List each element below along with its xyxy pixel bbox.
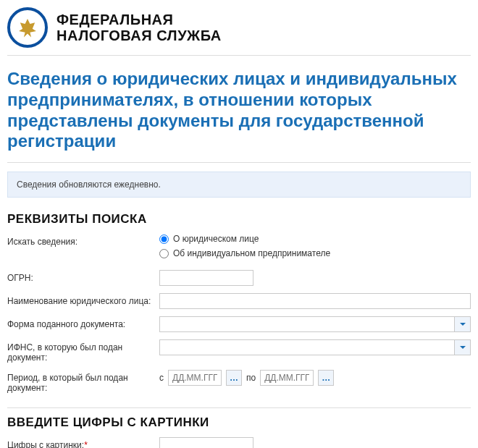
org-name: ФЕДЕРАЛЬНАЯ НАЛОГОВАЯ СЛУЖБА — [56, 12, 222, 43]
captcha-input[interactable] — [159, 437, 253, 448]
label-name: Наименование юридического лица: — [7, 293, 159, 306]
ifns-select[interactable] — [159, 339, 471, 355]
ogrn-input[interactable] — [159, 270, 253, 286]
period-to-label: по — [246, 373, 256, 383]
radio-legal-entity[interactable]: О юридическом лице — [159, 234, 471, 244]
date-from-input[interactable] — [168, 370, 222, 386]
org-name-line1: ФЕДЕРАЛЬНАЯ — [56, 12, 222, 28]
eagle-icon — [15, 15, 40, 40]
ellipsis-icon: … — [230, 373, 238, 383]
header: ФЕДЕРАЛЬНАЯ НАЛОГОВАЯ СЛУЖБА — [7, 7, 471, 56]
doc-form-select-toggle[interactable] — [454, 317, 470, 331]
date-to-input[interactable] — [260, 370, 314, 386]
legal-name-input[interactable] — [159, 293, 471, 309]
chevron-down-icon — [459, 344, 466, 351]
doc-form-select[interactable] — [159, 316, 471, 332]
label-subject: Искать сведения: — [7, 234, 159, 247]
chevron-down-icon — [459, 321, 466, 328]
date-to-picker-button[interactable]: … — [318, 370, 334, 386]
radio-individual[interactable]: Об индивидуальном предпринимателе — [159, 248, 471, 258]
date-from-picker-button[interactable]: … — [226, 370, 242, 386]
label-ifns: ИФНС, в которую был подан документ: — [7, 339, 159, 363]
radio-individual-label: Об индивидуальном предпринимателе — [173, 248, 330, 258]
radio-individual-input[interactable] — [159, 249, 169, 258]
label-period: Период, в который был подан документ: — [7, 370, 159, 393]
label-doc-form: Форма поданного документа: — [7, 316, 159, 329]
ifns-select-toggle[interactable] — [454, 340, 470, 355]
period-from-label: с — [159, 373, 164, 383]
page-title: Сведения о юридических лицах и индивидуа… — [7, 69, 471, 163]
radio-legal-entity-input[interactable] — [159, 234, 169, 244]
radio-legal-entity-label: О юридическом лице — [173, 234, 259, 244]
captcha-section-title: ВВЕДИТЕ ЦИФРЫ С КАРТИНКИ — [7, 407, 471, 430]
label-captcha: Цифры с картинки:* — [7, 437, 159, 448]
required-mark: * — [84, 440, 88, 448]
ellipsis-icon: … — [322, 373, 330, 383]
info-banner: Сведения обновляются ежедневно. — [7, 172, 471, 198]
fns-logo — [7, 7, 48, 48]
org-name-line2: НАЛОГОВАЯ СЛУЖБА — [56, 28, 222, 43]
search-section-title: РЕКВИЗИТЫ ПОИСКА — [7, 212, 471, 227]
label-ogrn: ОГРН: — [7, 270, 159, 283]
